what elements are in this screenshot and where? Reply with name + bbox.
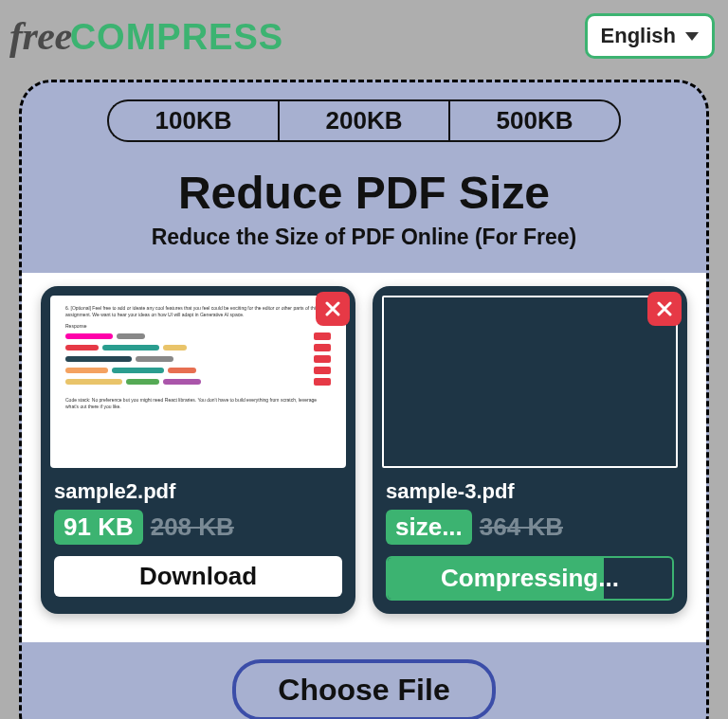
file-card: 6. [Optional] Feel free to add or ideate… [41, 286, 355, 614]
language-selector[interactable]: English [585, 13, 715, 59]
download-button[interactable]: Download [54, 556, 342, 597]
page-title: Reduce PDF Size [22, 167, 706, 219]
new-size-badge: 91 KB [54, 510, 143, 545]
new-size-badge: size... [386, 510, 472, 545]
pdf-preview: 6. [Optional] Feel free to add or ideate… [50, 296, 346, 468]
language-label: English [601, 24, 676, 48]
size-row: size... 364 KB [386, 510, 674, 545]
header: free COMPRESS English [0, 0, 728, 80]
file-name: sample2.pdf [54, 479, 342, 504]
files-strip: 6. [Optional] Feel free to add or ideate… [22, 273, 706, 642]
chevron-down-icon [685, 32, 699, 41]
file-card: sample-3.pdf size... 364 KB Compressing.… [373, 286, 687, 614]
logo-free: free [9, 13, 72, 59]
compressing-progress: Compressing... [386, 556, 674, 601]
choose-file-button[interactable]: Choose File [232, 659, 495, 719]
old-size: 208 KB [151, 512, 234, 542]
size-row: 91 KB 208 KB [54, 510, 342, 545]
file-name: sample-3.pdf [386, 479, 674, 504]
preset-100kb[interactable]: 100KB [107, 99, 278, 142]
page-subtitle: Reduce the Size of PDF Online (For Free) [22, 225, 706, 250]
preset-500kb[interactable]: 500KB [448, 99, 621, 142]
progress-label: Compressing... [441, 564, 619, 592]
old-size: 364 KB [480, 512, 563, 542]
close-icon[interactable] [647, 292, 682, 326]
main-panel: 100KB 200KB 500KB Reduce PDF Size Reduce… [19, 80, 709, 719]
logo-compress: COMPRESS [70, 17, 283, 58]
preset-200kb[interactable]: 200KB [278, 99, 448, 142]
pdf-preview [382, 296, 678, 468]
close-icon[interactable] [316, 292, 350, 326]
logo[interactable]: free COMPRESS [9, 13, 283, 59]
size-presets: 100KB 200KB 500KB [107, 99, 621, 142]
